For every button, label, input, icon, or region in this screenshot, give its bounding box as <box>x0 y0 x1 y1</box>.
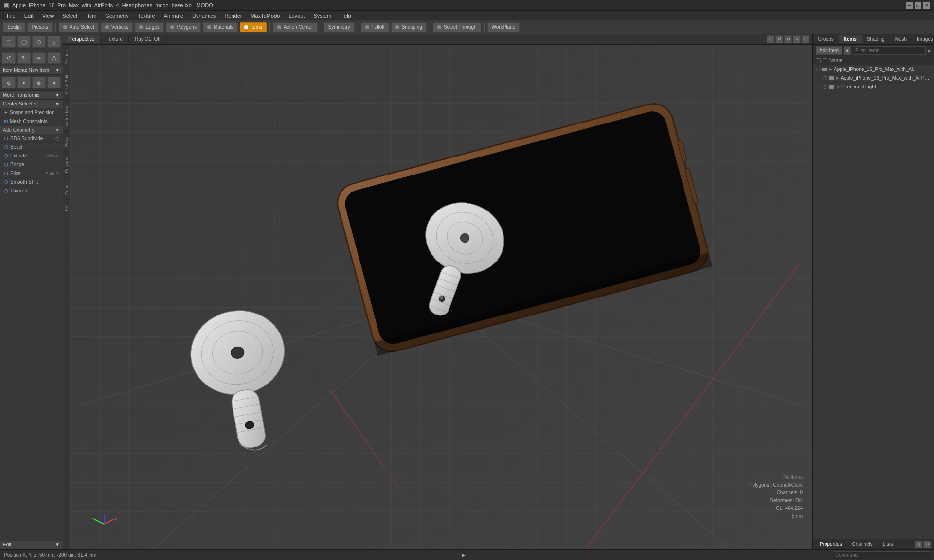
slice-item[interactable]: ⬡ Slice Shift-C <box>0 169 63 178</box>
symmetry-button[interactable]: Symmetry <box>324 22 355 32</box>
menu-item-layout[interactable]: Layout <box>285 12 308 19</box>
tool-btn-2[interactable]: ◯ <box>17 36 31 48</box>
edit-dropdown[interactable]: Edit ▼ <box>0 541 63 549</box>
snaps-precision-item[interactable]: ✦ Snaps and Precision <box>0 108 63 117</box>
materials-button[interactable]: Materials <box>203 22 238 32</box>
vertex-map-vtab[interactable]: Vertex Map <box>63 99 70 132</box>
menu-item-system[interactable]: System <box>309 12 335 19</box>
select-through-button[interactable]: Select Through <box>433 22 481 32</box>
extrude-item[interactable]: ⬡ Extrude Shift-V <box>0 152 63 160</box>
eye-icon-sub1[interactable] <box>823 76 827 80</box>
vp-ctrl-2[interactable]: ↺ <box>775 35 783 43</box>
tool-btn-5[interactable]: ↺ <box>2 52 16 64</box>
close-button[interactable]: ✕ <box>923 2 930 9</box>
vp-ctrl-5[interactable]: ⊡ <box>802 35 809 43</box>
sculpt-button[interactable]: Sculpt <box>3 22 25 32</box>
viewport-3d[interactable]: X Y Z No Items Polygons : Catmull-Clark … <box>70 45 812 549</box>
eye-icon-sub2[interactable] <box>823 85 827 89</box>
perspective-tab[interactable]: Perspective <box>63 35 101 43</box>
filter-search-icon[interactable]: ▶ <box>928 48 931 53</box>
tool-btn-7[interactable]: ⇔ <box>32 52 46 64</box>
workplane-button[interactable]: WorkPlane <box>487 22 520 32</box>
edges-button[interactable]: Edges <box>135 22 163 32</box>
tool-btn-4[interactable]: △ <box>47 36 61 48</box>
items-tab[interactable]: Items <box>839 35 862 43</box>
menu-item-dynamics[interactable]: Dynamics <box>188 12 219 19</box>
curve-vtab[interactable]: Curve <box>63 178 70 200</box>
filter-items-input[interactable] <box>853 46 926 55</box>
items-button[interactable]: Items <box>240 22 267 32</box>
toolbar-separator-5 <box>430 23 430 32</box>
item-menu-dropdown[interactable]: Item Menu: New Item ▼ <box>0 66 63 75</box>
sds-subdivide-item[interactable]: ⬡ SDS Subdivide Q <box>0 134 63 143</box>
center-selected-dropdown[interactable]: Center Selected ▼ <box>0 100 63 108</box>
images-tab[interactable]: Images <box>912 35 934 43</box>
minimize-button[interactable]: ─ <box>906 2 913 9</box>
expand-sub1[interactable]: ▶ <box>836 76 839 80</box>
add-geometry-header[interactable]: Add Geometry ▼ <box>0 126 63 134</box>
mesh-tab[interactable]: Mesh <box>890 35 912 43</box>
bridge-item[interactable]: ⬡ Bridge <box>0 160 63 169</box>
edge-vtab[interactable]: Edge <box>63 131 70 152</box>
menu-item-maxtomodo[interactable]: MaxToModo <box>247 12 284 19</box>
vis-btn-root[interactable] <box>822 68 827 71</box>
tool-btn-9[interactable]: ⊕ <box>2 77 16 88</box>
menu-item-geometry[interactable]: Geometry <box>101 12 132 19</box>
polygon-vtab[interactable]: Polygon <box>63 152 70 178</box>
vis-btn-sub2[interactable] <box>829 85 834 89</box>
texture-tab[interactable]: Texture <box>101 35 129 43</box>
menu-item-select[interactable]: Select <box>58 12 81 19</box>
menu-item-texture[interactable]: Texture <box>134 12 159 19</box>
polygons-button[interactable]: Polygons <box>166 22 201 32</box>
thicken-item[interactable]: ⬡ Thicken <box>0 187 63 195</box>
command-input[interactable] <box>833 551 930 559</box>
smooth-shift-item[interactable]: ⬡ Smooth Shift <box>0 178 63 187</box>
tree-item-root[interactable]: ▶ Apple_iPhone_16_Pro_Max_with_Ai... <box>813 65 934 74</box>
vis-btn-sub1[interactable] <box>829 76 834 80</box>
bevel-item[interactable]: ⬡ Bevel <box>0 143 63 152</box>
add-item-dropdown[interactable]: ▼ <box>844 46 851 55</box>
vp-ctrl-3[interactable]: ⊙ <box>784 35 792 43</box>
tool-btn-3[interactable]: ⬡ <box>32 36 46 48</box>
tool-btn-6[interactable]: ↻ <box>17 52 31 64</box>
prop-icon-2[interactable]: ⊡ <box>923 541 931 548</box>
deform-vtab[interactable]: Deform <box>63 45 70 70</box>
menu-item-edit[interactable]: Edit <box>20 12 37 19</box>
uv-vtab[interactable]: UV <box>63 200 70 216</box>
properties-tab[interactable]: Properties <box>816 541 846 548</box>
menu-item-item[interactable]: Item <box>82 12 100 19</box>
action-center-button[interactable]: Action Center <box>273 22 318 32</box>
shading-tab[interactable]: Shading <box>862 35 890 43</box>
add-item-button[interactable]: Add Item <box>816 46 842 55</box>
presets-button[interactable]: Presets <box>27 22 53 32</box>
prop-icon-1[interactable]: ◁ <box>915 541 922 548</box>
tree-item-sub1[interactable]: ▶ Apple_iPhone_16_Pro_Max_with_AirPod... <box>813 74 934 83</box>
tree-item-sub2[interactable]: ☀ Directional Light <box>813 83 934 91</box>
menu-item-help[interactable]: Help <box>336 12 355 19</box>
more-transforms-dropdown[interactable]: More Transforms ▼ <box>0 91 63 100</box>
tool-btn-1[interactable]: ⬚ <box>2 36 16 48</box>
tool-btn-10[interactable]: ✦ <box>17 77 31 88</box>
expand-root[interactable]: ▶ <box>829 67 832 71</box>
tool-btn-8[interactable]: A <box>47 52 61 64</box>
tool-btn-11[interactable]: ⊗ <box>32 77 46 88</box>
menu-item-animate[interactable]: Animate <box>160 12 187 19</box>
maximize-button[interactable]: □ <box>915 2 921 9</box>
falloff-button[interactable]: Falloff <box>361 22 389 32</box>
menu-item-view[interactable]: View <box>38 12 58 19</box>
eye-icon-root[interactable] <box>816 68 821 71</box>
groups-tab[interactable]: Groups <box>813 35 839 43</box>
lists-tab[interactable]: Lists <box>879 541 898 548</box>
mesh-edit-vtab[interactable]: Mesh Edit <box>63 70 70 99</box>
snapping-button[interactable]: Snapping <box>391 22 427 32</box>
tool-btn-12[interactable]: A <box>47 77 61 88</box>
raygl-tab[interactable]: Ray GL: Off <box>129 35 167 43</box>
channels-tab[interactable]: Channels <box>848 541 877 548</box>
vp-ctrl-1[interactable]: ⊞ <box>767 35 774 43</box>
vertices-button[interactable]: Vertices <box>101 22 133 32</box>
menu-item-render[interactable]: Render <box>220 12 246 19</box>
mesh-constraints-item[interactable]: ⊞ Mesh Constraints <box>0 117 63 126</box>
menu-item-file[interactable]: File <box>3 12 19 19</box>
vp-ctrl-4[interactable]: ⚙ <box>793 35 801 43</box>
auto-select-button[interactable]: Auto Select <box>59 22 99 32</box>
